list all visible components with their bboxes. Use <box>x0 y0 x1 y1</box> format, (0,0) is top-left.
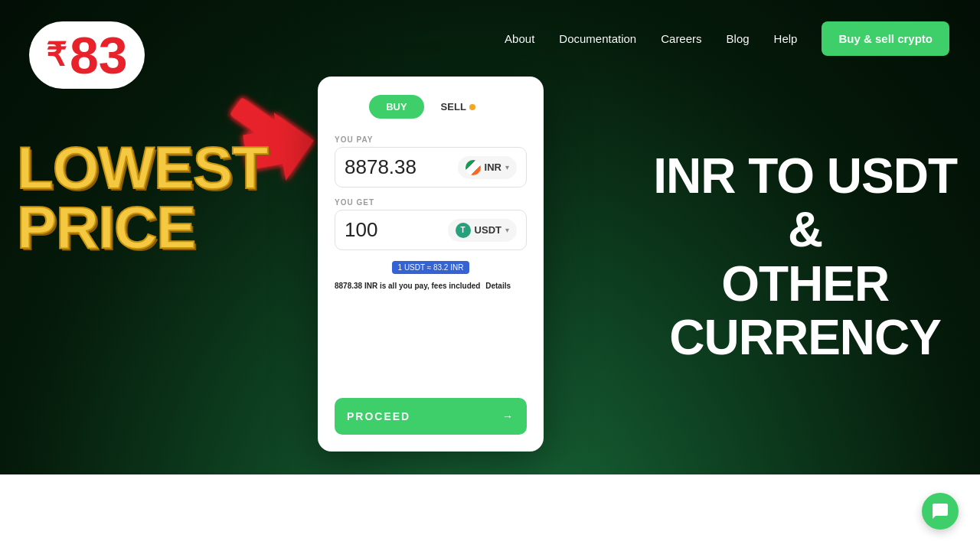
proceed-label: PROCEED <box>347 410 410 422</box>
fee-line: 8878.38 INR is all you pay, fees include… <box>335 282 527 290</box>
proceed-button[interactable]: PROCEED → <box>335 398 527 435</box>
lowest-line2: PRICE <box>17 197 268 257</box>
nav-documentation[interactable]: Documentation <box>559 32 636 45</box>
lowest-price-text: LOWEST PRICE <box>17 138 268 257</box>
chevron-down-icon: ▾ <box>505 163 509 171</box>
india-flag-icon <box>466 160 481 175</box>
right-heading-line2: & <box>653 203 957 256</box>
nav-help[interactable]: Help <box>774 32 798 45</box>
bottom-section <box>0 474 980 551</box>
sell-dot <box>469 104 475 110</box>
proceed-arrow-icon: → <box>502 410 514 422</box>
details-link[interactable]: Details <box>485 282 511 290</box>
inr-label: INR <box>485 161 501 173</box>
chat-button[interactable] <box>922 493 959 530</box>
chevron-down-icon-2: ▾ <box>505 226 509 234</box>
nav-about[interactable]: About <box>505 32 534 45</box>
tether-icon: T <box>456 223 471 238</box>
buy-sell-cta-button[interactable]: Buy & sell crypto <box>822 21 949 56</box>
sell-tab[interactable]: SELL <box>424 95 492 119</box>
usdt-currency-selector[interactable]: T USDT ▾ <box>448 219 517 242</box>
hero-section: About Documentation Careers Blog Help Bu… <box>0 0 980 474</box>
you-get-amount: 100 <box>345 218 377 242</box>
nav-blog[interactable]: Blog <box>727 32 750 45</box>
chat-icon <box>931 502 949 520</box>
nav-links: About Documentation Careers Blog Help Bu… <box>505 21 949 56</box>
buy-tab[interactable]: BUY <box>369 95 423 119</box>
you-pay-field[interactable]: 8878.38 INR ▾ <box>335 147 527 187</box>
usdt-label: USDT <box>475 224 501 236</box>
navbar: About Documentation Careers Blog Help Bu… <box>0 0 980 77</box>
lowest-line1: LOWEST <box>17 138 268 197</box>
right-heading-line1: INR TO USDT <box>653 149 957 203</box>
right-heading-line3: OTHER <box>653 257 957 311</box>
you-pay-label: YOU PAY <box>335 135 527 144</box>
buy-sell-toggle: BUY SELL <box>335 95 527 119</box>
you-get-field[interactable]: 100 T USDT ▾ <box>335 210 527 250</box>
fee-amount: 8878.38 INR is all you pay, fees include… <box>335 282 480 290</box>
inr-currency-selector[interactable]: INR ▾ <box>458 156 517 179</box>
right-heading: INR TO USDT & OTHER CURRENCY <box>653 149 957 365</box>
you-pay-amount: 8878.38 <box>345 155 416 179</box>
nav-careers[interactable]: Careers <box>661 32 701 45</box>
exchange-card: BUY SELL YOU PAY 8878.38 INR ▾ YOU GET 1… <box>318 77 544 452</box>
you-get-label: YOU GET <box>335 198 527 207</box>
right-heading-line4: CURRENCY <box>653 311 957 364</box>
rate-badge: 1 USDT ≈ 83.2 INR <box>392 261 470 274</box>
